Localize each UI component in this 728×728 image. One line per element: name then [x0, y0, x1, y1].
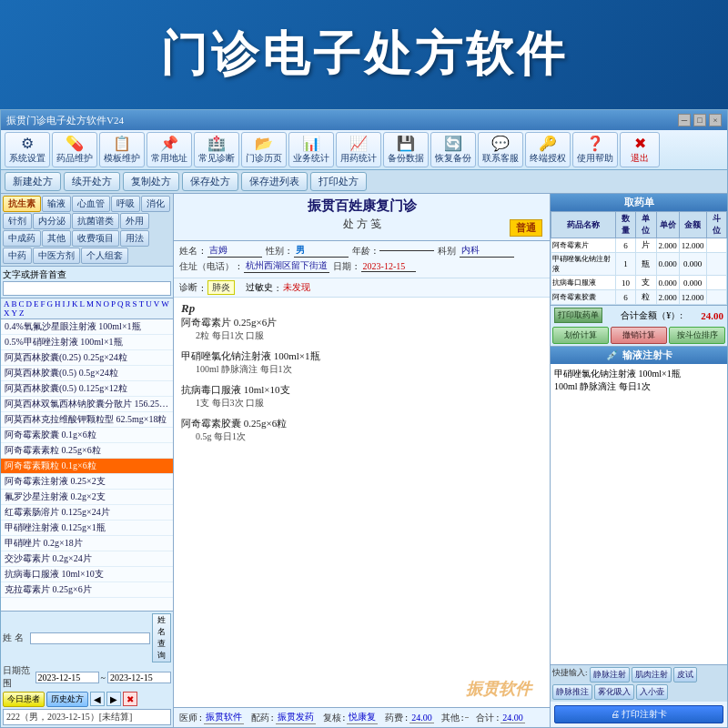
alpha-U[interactable]: U: [146, 299, 152, 308]
calc-button[interactable]: 划价计算: [552, 327, 609, 344]
toolbar-btn-drug[interactable]: 💊药品维护: [52, 132, 97, 167]
drug-item[interactable]: 阿莫西林胶囊(0.25) 0.25g×24粒: [1, 350, 173, 366]
toolbar-btn-system[interactable]: ⚙系统设置: [5, 132, 50, 167]
tab-other[interactable]: 其他: [42, 230, 71, 247]
alpha-R[interactable]: R: [126, 299, 131, 308]
alpha-S[interactable]: S: [133, 299, 137, 308]
alpha-K[interactable]: K: [72, 299, 78, 308]
alpha-H[interactable]: H: [55, 299, 61, 308]
maximize-button[interactable]: □: [693, 114, 706, 126]
drug-item[interactable]: 阿奇霉素素粒 0.25g×6粒: [1, 443, 173, 459]
quick-skin-button[interactable]: 皮试: [673, 667, 697, 682]
open-prescription-button[interactable]: 续开处方: [64, 172, 120, 191]
tab-endocrine[interactable]: 内分泌: [33, 213, 71, 229]
toolbar-btn-drug_stat[interactable]: 📈用药统计: [336, 132, 381, 167]
tab-external[interactable]: 外用: [120, 213, 149, 229]
toolbar-btn-auth[interactable]: 🔑终端授权: [525, 132, 571, 167]
drug-item[interactable]: 交沙霉素片 0.2g×24片: [1, 551, 173, 567]
drug-item[interactable]: 阿莫西林双氯西林钠胶囊分散片 156.25mg×18片: [1, 397, 173, 412]
drug-item[interactable]: 甲硝唑注射液 0.125g×1瓶: [1, 521, 173, 536]
drug-item[interactable]: 阿莫西林胶囊(0.5) 0.5g×24粒: [1, 366, 173, 381]
alpha-W[interactable]: W: [161, 299, 169, 308]
alpha-D[interactable]: D: [26, 299, 33, 308]
tab-formula[interactable]: 中医方剂: [33, 248, 80, 264]
drug-item[interactable]: 红霉素肠溶片 0.125g×24片: [1, 505, 173, 521]
alpha-M[interactable]: M: [86, 299, 94, 308]
alpha-I[interactable]: I: [63, 299, 66, 308]
drug-item[interactable]: 阿奇霉素注射液 0.25×2支: [1, 474, 173, 490]
drug-item[interactable]: 阿莫西林胶囊(0.5) 0.125g×12粒: [1, 381, 173, 397]
toolbar-btn-backup[interactable]: 💾备份数据: [383, 132, 429, 167]
save-prescription-button[interactable]: 保存处方: [182, 172, 238, 191]
drug-item[interactable]: 甲硝唑片 0.2g×18片: [1, 536, 173, 551]
tab-chinese-medicine[interactable]: 中成药: [3, 230, 41, 247]
name-search-button[interactable]: 姓名查询: [152, 613, 171, 662]
drug-item[interactable]: 0.4%氧氟沙星眼注射液 100ml×1瓶: [1, 319, 173, 335]
alpha-Z[interactable]: Z: [19, 308, 25, 318]
tab-respiratory[interactable]: 呼吸: [111, 196, 140, 212]
alpha-B[interactable]: B: [12, 299, 17, 308]
quick-ivpush-button[interactable]: 静脉推注: [552, 684, 592, 700]
print-receipt-button[interactable]: 打印取药单: [554, 308, 602, 323]
toolbar-btn-help[interactable]: ❓使用帮助: [572, 132, 618, 167]
tab-injection[interactable]: 针剂: [3, 213, 32, 229]
alpha-Q[interactable]: Q: [117, 299, 124, 308]
tab-fee[interactable]: 收费项目: [72, 230, 119, 247]
new-prescription-button[interactable]: 新建处方: [5, 172, 61, 191]
print-infusion-button[interactable]: 🖨 打印注射卡: [554, 705, 723, 723]
toolbar-btn-exit[interactable]: ✖退出: [620, 132, 660, 167]
toolbar-btn-common[interactable]: 📌常用地址: [147, 132, 192, 167]
alpha-Y[interactable]: Y: [12, 308, 18, 318]
alpha-O[interactable]: O: [104, 299, 110, 308]
tab-antibiotics[interactable]: 抗生素: [3, 196, 41, 212]
history-prescription-button[interactable]: 历史处方: [46, 692, 88, 707]
drug-item[interactable]: 氟罗沙星注射液 0.2g×2支: [1, 490, 173, 505]
drug-item[interactable]: 阿莫西林克拉维酸钾颗粒型 62.5mg×18粒: [1, 412, 173, 428]
date-to-input[interactable]: [107, 672, 171, 683]
drug-item[interactable]: 抗病毒口服液 10ml×10支: [1, 567, 173, 582]
quick-iv-button[interactable]: 静脉注射: [590, 667, 630, 682]
cancel-calc-button[interactable]: 撤销计算: [611, 327, 667, 344]
tab-cardiology[interactable]: 心血管: [72, 196, 110, 212]
print-prescription-button[interactable]: 打印处方: [310, 172, 367, 191]
quick-im-button[interactable]: 肌肉注射: [632, 667, 672, 682]
alpha-T[interactable]: T: [139, 299, 145, 308]
save-list-button[interactable]: 保存进列表: [241, 172, 308, 191]
toolbar-btn-diagnosis[interactable]: 🏥常见诊断: [194, 132, 239, 167]
date-from-input[interactable]: [35, 672, 99, 683]
tab-personal[interactable]: 个人组套: [81, 248, 128, 264]
alpha-F[interactable]: F: [41, 299, 46, 308]
tab-infusion[interactable]: 输液: [42, 196, 71, 212]
drug-item[interactable]: 0.5%甲硝唑注射液 100ml×1瓶: [1, 335, 173, 350]
alpha-J[interactable]: J: [67, 299, 71, 308]
alpha-A[interactable]: A: [4, 299, 10, 308]
prev-patient-button[interactable]: ◀: [90, 692, 105, 706]
copy-prescription-button[interactable]: 复制处方: [123, 172, 179, 191]
minimize-button[interactable]: ─: [678, 114, 691, 126]
quick-burette-button[interactable]: 入小壶: [636, 684, 668, 700]
sort-button[interactable]: 按斗位排序: [669, 327, 725, 344]
toolbar-btn-business[interactable]: 📊业务统计: [288, 132, 334, 167]
toolbar-btn-history[interactable]: 📂门诊历页: [241, 132, 287, 167]
alpha-P[interactable]: P: [111, 299, 116, 308]
search-input[interactable]: [3, 281, 171, 296]
quick-nebulizer-button[interactable]: 雾化吸入: [594, 684, 634, 700]
alpha-G[interactable]: G: [47, 299, 54, 308]
refresh-button[interactable]: ✖: [123, 692, 137, 706]
toolbar-btn-template[interactable]: 📋模板维护: [99, 132, 145, 167]
toolbar-btn-restore[interactable]: 🔄恢复备份: [430, 132, 476, 167]
drug-item[interactable]: 克拉霉素片 0.25g×6片: [1, 582, 173, 598]
tab-usage[interactable]: 用法: [120, 230, 149, 247]
next-patient-button[interactable]: ▶: [106, 692, 121, 706]
alpha-C[interactable]: C: [19, 299, 25, 308]
tab-antibacterial[interactable]: 抗菌谱类: [72, 213, 119, 229]
tab-herb[interactable]: 中药: [3, 248, 32, 264]
alpha-N[interactable]: N: [96, 299, 102, 308]
close-button[interactable]: ×: [709, 114, 722, 126]
drug-item[interactable]: 阿奇霉素颗粒 0.1g×6粒: [1, 459, 173, 474]
alpha-E[interactable]: E: [34, 299, 39, 308]
drug-item[interactable]: 阿奇霉素胶囊 0.1g×6粒: [1, 428, 173, 443]
today-patient-button[interactable]: 今日患者: [3, 692, 45, 707]
toolbar-btn-wechat[interactable]: 💬联系客服: [478, 132, 523, 167]
alpha-V[interactable]: V: [154, 299, 160, 308]
